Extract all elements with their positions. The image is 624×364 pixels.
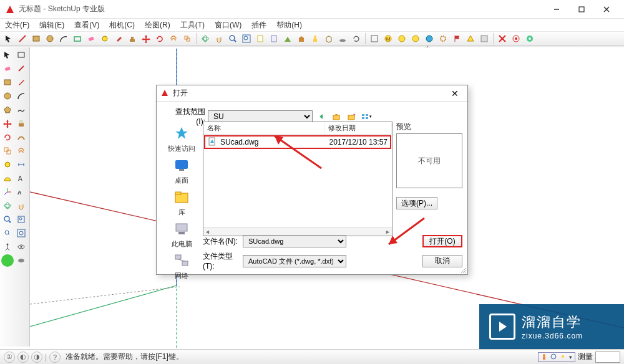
menu-view[interactable]: 查看(V) <box>72 19 102 32</box>
box-icon[interactable] <box>323 32 335 45</box>
scale2-icon[interactable] <box>1 145 14 157</box>
zoomext2-icon[interactable] <box>15 227 27 239</box>
circle2-icon[interactable] <box>1 90 14 102</box>
view-menu-icon[interactable]: ▾ <box>360 110 373 123</box>
place-quickaccess[interactable]: 快速访问 <box>168 124 195 153</box>
refresh-icon[interactable] <box>350 32 363 45</box>
resize-grip-icon[interactable] <box>460 267 467 274</box>
circle-tool-icon[interactable] <box>44 32 56 45</box>
menu-tools[interactable]: 工具(T) <box>178 19 207 32</box>
rect2-icon[interactable] <box>15 49 27 61</box>
coin3-icon[interactable] <box>409 32 422 45</box>
dim-icon[interactable] <box>15 158 27 171</box>
filelist-scrollbar[interactable]: ◄► <box>203 227 392 236</box>
move2-icon[interactable] <box>1 117 14 130</box>
col-name[interactable]: 名称 <box>203 122 324 134</box>
rotate2-icon[interactable] <box>1 131 14 143</box>
free-icon[interactable] <box>15 103 27 116</box>
maximize-button[interactable] <box>569 1 594 17</box>
orbit2-icon[interactable] <box>1 199 14 212</box>
file-list[interactable]: 名称 修改日期 SUcad.dwg 2017/12/10 13:57 ◄► <box>203 122 392 236</box>
scale-icon[interactable] <box>181 32 193 45</box>
chrome-icon[interactable] <box>524 32 536 45</box>
section-icon[interactable] <box>281 32 294 45</box>
inspector-toolbar[interactable]: ▾ <box>538 352 575 362</box>
select-tool-icon[interactable] <box>2 32 15 45</box>
move-icon[interactable] <box>140 32 152 45</box>
tape2-icon[interactable] <box>1 158 14 171</box>
pushpull-icon[interactable] <box>126 32 139 45</box>
axes-icon[interactable] <box>1 186 14 198</box>
globe-icon[interactable] <box>423 32 436 45</box>
text-icon[interactable]: A <box>15 172 27 184</box>
zoomwin-icon[interactable] <box>15 213 27 226</box>
rect-tool-icon[interactable] <box>30 32 42 45</box>
cancel-button[interactable]: 取消 <box>422 255 462 267</box>
walk-icon[interactable] <box>1 241 14 253</box>
zoomext-icon[interactable] <box>240 32 253 45</box>
target-icon[interactable] <box>510 32 522 45</box>
component-icon[interactable] <box>71 32 84 45</box>
hint1-icon[interactable]: ① <box>4 352 15 363</box>
pan2-icon[interactable] <box>15 199 27 212</box>
prev-icon[interactable] <box>1 227 14 239</box>
place-network[interactable]: 网络 <box>172 251 192 280</box>
measure-field[interactable] <box>595 352 620 363</box>
menu-edit[interactable]: 编辑(E) <box>37 19 67 32</box>
offset-icon[interactable] <box>167 32 180 45</box>
rotate-icon[interactable] <box>154 32 166 45</box>
poly-icon[interactable] <box>1 103 14 116</box>
zoom-icon[interactable] <box>227 32 239 45</box>
close-button[interactable] <box>594 1 619 17</box>
options-button[interactable]: 选项(P)... <box>396 197 437 209</box>
place-desktop[interactable]: 桌面 <box>172 156 192 185</box>
menu-help[interactable]: 帮助(H) <box>274 19 305 32</box>
warn-icon[interactable] <box>464 32 477 45</box>
tape-icon[interactable] <box>99 32 111 45</box>
eraser-icon[interactable] <box>85 32 97 45</box>
flag-icon[interactable] <box>451 32 463 45</box>
prot-icon[interactable] <box>1 172 14 184</box>
filename-field[interactable]: SUcad.dwg <box>243 235 346 247</box>
up-folder-icon[interactable] <box>330 110 343 123</box>
file-row[interactable]: SUcad.dwg 2017/12/10 13:57 <box>204 135 391 149</box>
place-library[interactable]: 库 <box>172 188 192 217</box>
back-icon[interactable] <box>315 110 328 123</box>
red-x-icon[interactable] <box>496 32 509 45</box>
pencil2-icon[interactable] <box>15 62 27 75</box>
open-button[interactable]: 打开(O) <box>422 235 462 247</box>
hint3-icon[interactable]: ◑ <box>31 352 42 363</box>
coin2-icon[interactable] <box>396 32 408 45</box>
document-icon[interactable] <box>254 32 266 45</box>
layout-icon[interactable] <box>478 32 490 45</box>
eraser2-icon[interactable] <box>1 62 14 75</box>
gear-icon[interactable] <box>437 32 449 45</box>
place-thispc[interactable]: 此电脑 <box>172 219 192 249</box>
menu-plugin[interactable]: 插件 <box>249 19 269 32</box>
follow-icon[interactable] <box>15 131 27 143</box>
paint-icon[interactable] <box>112 32 125 45</box>
menu-file[interactable]: 文件(F) <box>2 19 32 32</box>
menu-camera[interactable]: 相机(C) <box>107 19 137 32</box>
green-marker-icon[interactable] <box>1 254 14 267</box>
new-folder-icon[interactable]: * <box>345 110 358 123</box>
line-tool-icon[interactable] <box>16 32 29 45</box>
person-icon[interactable] <box>309 32 321 45</box>
orbit-icon[interactable] <box>199 32 212 45</box>
push2-icon[interactable] <box>15 117 27 130</box>
offset2-icon[interactable] <box>15 145 27 157</box>
arc2-icon[interactable] <box>15 90 27 102</box>
style1-icon[interactable] <box>368 32 381 45</box>
select-icon[interactable] <box>1 49 14 61</box>
pan-icon[interactable] <box>213 32 225 45</box>
minimize-button[interactable] <box>544 1 569 17</box>
dialog-close-button[interactable]: ✕ <box>446 87 464 100</box>
arc-tool-icon[interactable] <box>57 32 70 45</box>
walkthrough-icon[interactable] <box>268 32 280 45</box>
coin1-icon[interactable]: M <box>382 32 394 45</box>
text3d-icon[interactable]: A <box>15 186 27 198</box>
eye-icon[interactable] <box>15 254 27 267</box>
lookin-dropdown[interactable]: SU <box>208 110 313 123</box>
rect3-icon[interactable] <box>1 76 14 89</box>
pencil3-icon[interactable] <box>15 76 27 89</box>
